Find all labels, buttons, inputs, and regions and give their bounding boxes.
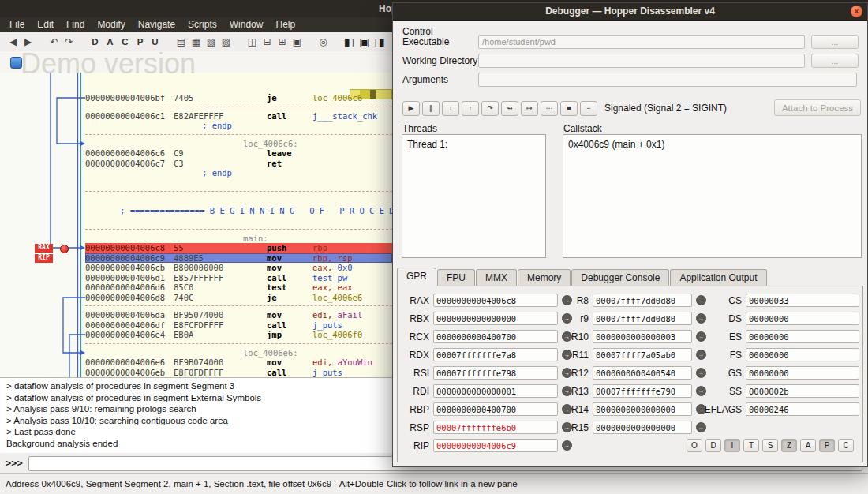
show-right-pane-button[interactable]: ◨ (372, 35, 386, 49)
undo-button[interactable]: ↶ (47, 35, 61, 49)
asm-line[interactable]: 00000000004006c855pushrbp (85, 243, 392, 253)
tab-mmx[interactable]: MMX (476, 269, 517, 286)
attach-to-process-button[interactable]: Attach to Process (774, 99, 861, 116)
run-to-cursor-button[interactable]: ⋯ (541, 101, 558, 116)
menu-scripts[interactable]: Scripts (181, 17, 223, 32)
register-rbp-value[interactable] (433, 402, 558, 416)
breakpoint-icon[interactable] (60, 245, 69, 253)
close-icon[interactable]: × (851, 6, 862, 17)
string-tool-button[interactable]: ▤ (174, 35, 188, 49)
executable-input[interactable] (478, 35, 805, 49)
menu-file[interactable]: File (3, 17, 31, 32)
asm-line[interactable]: 00000000004006daBF95074000movedi, aFail (85, 310, 392, 320)
continue-button[interactable]: ▶ (402, 101, 420, 116)
working-directory-input[interactable] (478, 54, 805, 68)
register-cs-value[interactable] (746, 294, 859, 307)
menu-help[interactable]: Help (269, 17, 301, 32)
asm-line[interactable]: 00000000004006cbB800000000moveax, 0x0 (85, 263, 392, 273)
register-rsi-value[interactable] (433, 366, 558, 380)
goto-address-icon[interactable]: → (696, 422, 706, 432)
callstack-entry[interactable]: 0x4006c9 (main + 0x1) (568, 139, 664, 150)
pause-button[interactable]: ∥ (422, 101, 440, 116)
threads-list[interactable]: Thread 1: (402, 134, 546, 258)
asm-line[interactable]: 00000000004006e4EB0Ajmploc_4006f0 (85, 330, 392, 340)
show-left-pane-button[interactable]: ◧ (342, 35, 356, 49)
stop-button[interactable]: ■ (560, 101, 578, 116)
register-rdi-value[interactable] (433, 384, 558, 398)
breakpoint-target-button[interactable]: ◎ (316, 35, 330, 49)
menu-modify[interactable]: Modify (91, 17, 131, 32)
menu-edit[interactable]: Edit (31, 17, 60, 32)
asm-line[interactable]: 00000000004006bf7405jeloc_4006c6 (85, 93, 392, 103)
register-r13-value[interactable] (593, 384, 692, 398)
register-ss-value[interactable] (746, 384, 859, 398)
tab-debugger-console[interactable]: Debugger Console (571, 269, 669, 286)
array-tool-button[interactable]: ▦ (189, 35, 203, 49)
asm-line[interactable]: 00000000004006ebE8F0FDFFFFcallj_puts (85, 368, 392, 378)
asm-line[interactable]: 00000000004006dfE8FCFDFFFFcallj_puts (85, 320, 392, 331)
asm-label[interactable]: loc_4006c6: (85, 139, 392, 149)
register-rip-value[interactable] (433, 439, 558, 452)
register-r10-value[interactable] (593, 330, 692, 343)
register-rdx-value[interactable] (433, 348, 558, 361)
split-horizontal-button[interactable]: ◫ (245, 35, 259, 49)
flag-o-button[interactable]: O (687, 439, 702, 452)
tab-application-output[interactable]: Application Output (670, 269, 766, 286)
register-ds-value[interactable] (746, 312, 859, 325)
register-r15-value[interactable] (593, 421, 692, 434)
register-es-value[interactable] (746, 330, 859, 343)
mark-procedure-button[interactable]: P (133, 35, 147, 49)
asm-label[interactable]: loc_4006e6: (85, 348, 392, 358)
register-r11-value[interactable] (593, 348, 692, 361)
asm-line[interactable]: 00000000004006d8740Cjeloc_4006e6 (85, 293, 392, 303)
redo-button[interactable]: ↷ (62, 35, 76, 49)
split-vertical-button[interactable]: ⊟ (260, 35, 274, 49)
register-fs-value[interactable] (746, 348, 859, 361)
working-directory-browse-button[interactable]: ... (811, 54, 859, 68)
goto-address-icon[interactable]: → (562, 440, 572, 451)
register-r9-value[interactable] (593, 312, 692, 325)
asm-line[interactable]: 00000000004006c7C3ret (85, 159, 392, 169)
step-into-instruction-button[interactable]: ↬ (501, 101, 518, 116)
step-over-instruction-button[interactable]: ↦ (521, 101, 538, 116)
forward-button[interactable]: ▶ (21, 35, 35, 49)
struct-tool-button[interactable]: ▧ (204, 35, 218, 49)
thread-entry[interactable]: Thread 1: (407, 139, 447, 150)
flag-i-button[interactable]: I (724, 439, 740, 452)
flag-c-button[interactable]: C (838, 439, 854, 452)
register-r8-value[interactable] (593, 294, 692, 307)
flag-z-button[interactable]: Z (781, 439, 797, 452)
callstack-list[interactable]: 0x4006c9 (main + 0x1) (563, 134, 862, 258)
mark-code-button[interactable]: C (118, 35, 132, 49)
menu-window[interactable]: Window (223, 17, 270, 32)
register-r14-value[interactable] (593, 402, 692, 416)
back-button[interactable]: ◀ (6, 35, 20, 49)
menu-find[interactable]: Find (60, 17, 91, 32)
register-rax-value[interactable] (433, 294, 558, 307)
arguments-input[interactable] (478, 73, 857, 87)
asm-line[interactable]: 00000000004006c6C9leave (85, 148, 392, 159)
flag-p-button[interactable]: P (819, 439, 835, 452)
register-eflags-value[interactable] (746, 402, 859, 416)
inspector-icon[interactable] (10, 57, 22, 69)
flag-t-button[interactable]: T (743, 439, 759, 452)
register-r12-value[interactable] (593, 366, 692, 380)
asm-line[interactable]: 00000000004006c1E82AFEFFFFcallj___stack_… (85, 111, 392, 122)
flag-s-button[interactable]: S (762, 439, 778, 452)
mark-ascii-button[interactable]: A (103, 35, 117, 49)
step-out-button[interactable]: ↑ (462, 101, 479, 116)
register-rcx-value[interactable] (433, 330, 558, 343)
executable-browse-button[interactable]: ... (811, 35, 859, 49)
asm-line[interactable]: 00000000004006e6BF9B074000movedi, aYouWi… (85, 357, 392, 368)
grid-view-button[interactable]: ⊞ (275, 35, 289, 49)
debugger-titlebar[interactable]: Debugger — Hopper Disassembler v4 × (393, 3, 867, 21)
asm-label[interactable]: main: (85, 234, 392, 244)
tab-memory[interactable]: Memory (518, 269, 571, 286)
type-tool-button[interactable]: ▨ (219, 35, 233, 49)
step-into-button[interactable]: ↓ (442, 101, 459, 116)
asm-line[interactable]: 00000000004006d1E857FFFFFFcalltest_pw (85, 273, 392, 283)
step-over-button[interactable]: ↷ (481, 101, 499, 116)
asm-line[interactable]: 00000000004006d685C0testeax, eax (85, 283, 392, 293)
mark-data-button[interactable]: D (88, 35, 102, 49)
detach-button[interactable]: − (580, 101, 597, 116)
